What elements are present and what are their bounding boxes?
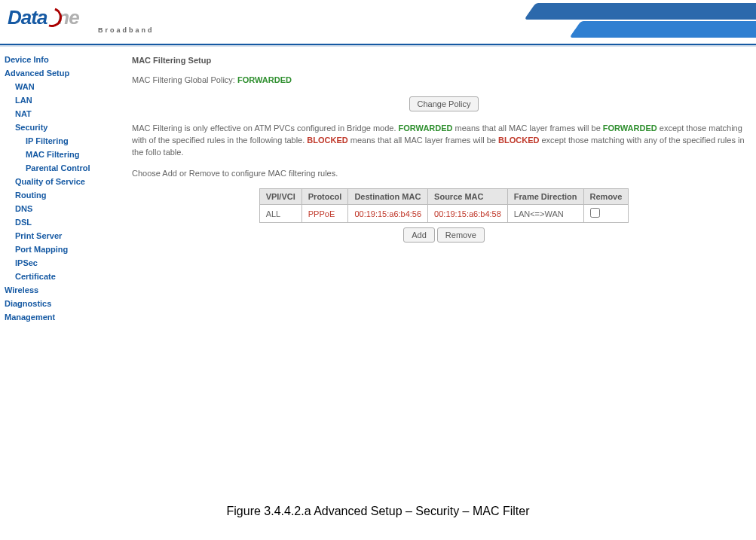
add-button[interactable]: Add bbox=[403, 227, 435, 243]
remove-button[interactable]: Remove bbox=[437, 227, 485, 243]
description-text: MAC Filtering is only effective on ATM P… bbox=[132, 122, 756, 158]
sidebar-item-wan[interactable]: WAN bbox=[5, 80, 112, 93]
col-src-mac: Source MAC bbox=[428, 189, 508, 205]
sidebar-item-management[interactable]: Management bbox=[5, 310, 112, 324]
sidebar: Device Info Advanced Setup WAN LAN NAT S… bbox=[0, 45, 117, 331]
sidebar-item-device-info[interactable]: Device Info bbox=[5, 53, 112, 66]
sidebar-item-wireless[interactable]: Wireless bbox=[5, 283, 112, 297]
sidebar-item-ip-filtering[interactable]: IP Filtering bbox=[5, 134, 112, 148]
figure-caption: Figure 3.4.4.2.a Advanced Setup – Securi… bbox=[0, 497, 756, 533]
sidebar-item-routing[interactable]: Routing bbox=[5, 188, 112, 202]
table-row: ALL PPPoE 00:19:15:a6:b4:56 00:19:15:a6:… bbox=[259, 205, 629, 223]
sidebar-item-lan[interactable]: LAN bbox=[5, 93, 112, 107]
cell-dest-mac: 00:19:15:a6:b4:56 bbox=[348, 205, 428, 223]
sidebar-item-certificate[interactable]: Certificate bbox=[5, 270, 112, 283]
header-stripes bbox=[377, 0, 756, 44]
table-header-row: VPI/VCI Protocol Destination MAC Source … bbox=[259, 189, 629, 205]
col-protocol: Protocol bbox=[301, 189, 348, 205]
sidebar-item-dns[interactable]: DNS bbox=[5, 202, 112, 215]
sidebar-item-print-server[interactable]: Print Server bbox=[5, 229, 112, 243]
cell-direction: LAN<=>WAN bbox=[507, 205, 583, 223]
cell-protocol: PPPoE bbox=[301, 205, 348, 223]
main-content: MAC Filtering Setup MAC Filtering Global… bbox=[117, 45, 756, 331]
page-title: MAC Filtering Setup bbox=[132, 56, 756, 65]
sidebar-item-dsl[interactable]: DSL bbox=[5, 215, 112, 229]
sidebar-item-advanced-setup[interactable]: Advanced Setup bbox=[5, 66, 112, 80]
brand-part1: Data bbox=[8, 6, 47, 29]
remove-checkbox[interactable] bbox=[590, 208, 600, 218]
app-header: Datane Broadband bbox=[0, 0, 756, 45]
sidebar-item-diagnostics[interactable]: Diagnostics bbox=[5, 297, 112, 310]
choose-text: Choose Add or Remove to configure MAC fi… bbox=[132, 167, 756, 179]
cell-vpi: ALL bbox=[259, 205, 301, 223]
sidebar-item-qos[interactable]: Quality of Service bbox=[5, 175, 112, 188]
sidebar-item-nat[interactable]: NAT bbox=[5, 107, 112, 121]
sidebar-item-mac-filtering[interactable]: MAC Filtering bbox=[5, 148, 112, 161]
mac-rules-table: VPI/VCI Protocol Destination MAC Source … bbox=[259, 188, 629, 223]
policy-label: MAC Filtering Global Policy: bbox=[132, 75, 237, 84]
sidebar-item-parental-control[interactable]: Parental Control bbox=[5, 161, 112, 175]
policy-line: MAC Filtering Global Policy: FORWARDED bbox=[132, 75, 756, 84]
cell-src-mac: 00:19:15:a6:b4:58 bbox=[428, 205, 508, 223]
brand-tagline: Broadband bbox=[98, 26, 155, 34]
col-remove: Remove bbox=[583, 189, 629, 205]
sidebar-item-ipsec[interactable]: IPSec bbox=[5, 256, 112, 270]
sidebar-item-security[interactable]: Security bbox=[5, 121, 112, 134]
brand-logo: Datane Broadband bbox=[8, 6, 155, 34]
col-direction: Frame Direction bbox=[507, 189, 583, 205]
policy-value: FORWARDED bbox=[237, 75, 292, 84]
sidebar-item-port-mapping[interactable]: Port Mapping bbox=[5, 243, 112, 256]
col-vpi: VPI/VCI bbox=[259, 189, 301, 205]
col-dest-mac: Destination MAC bbox=[348, 189, 428, 205]
change-policy-button[interactable]: Change Policy bbox=[409, 96, 479, 111]
